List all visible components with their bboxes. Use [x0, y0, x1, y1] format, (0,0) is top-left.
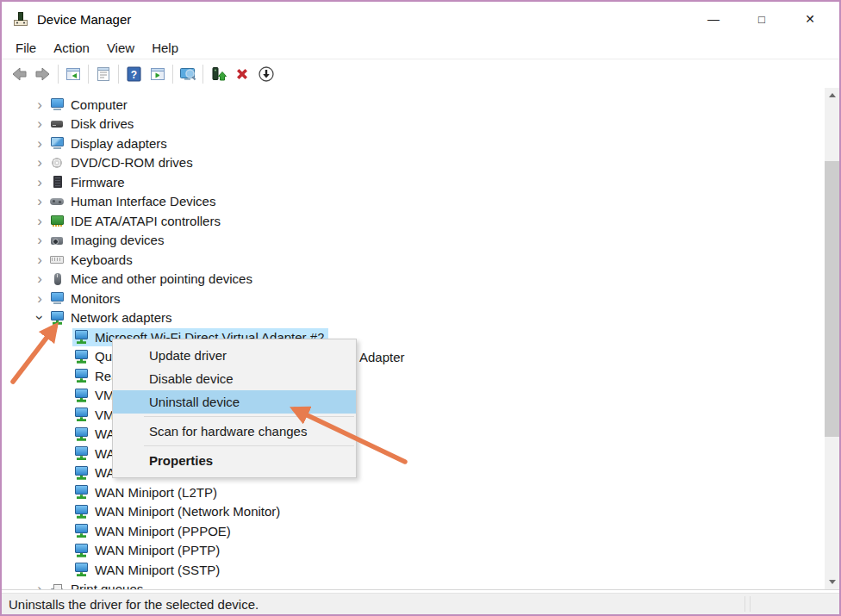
- tree-item-wan-miniport-l2tp[interactable]: WAN Miniport (L2TP): [2, 482, 825, 502]
- chevron-right-icon[interactable]: ›: [33, 271, 47, 286]
- keyboard-icon: [50, 252, 66, 266]
- tree-item-wan-miniport-pptp[interactable]: WAN Miniport (PPTP): [2, 541, 825, 561]
- toolbar-separator: [58, 65, 59, 84]
- minimize-button[interactable]: —: [689, 2, 738, 36]
- chevron-right-icon[interactable]: ›: [33, 252, 47, 267]
- chevron-right-icon[interactable]: ›: [33, 136, 47, 151]
- network-adapter-icon: [74, 466, 90, 480]
- firmware-chip-icon: [50, 175, 66, 189]
- network-adapter-icon: [74, 544, 90, 557]
- tree-item-mice[interactable]: › Mice and other pointing devices: [2, 270, 825, 289]
- network-adapter-icon: [74, 485, 90, 499]
- network-adapter-icon: [74, 427, 90, 441]
- scan-hardware-changes-button[interactable]: [176, 63, 200, 85]
- chevron-right-icon[interactable]: ›: [33, 214, 47, 228]
- tree-item-label: Imaging devices: [71, 233, 164, 247]
- title-bar: Device Manager — □ ✕: [2, 2, 839, 36]
- menu-action[interactable]: Action: [45, 40, 98, 55]
- menu-item-scan-hardware-changes[interactable]: Scan for hardware changes: [113, 420, 356, 443]
- tree-item-label: WAN Miniport (PPTP): [95, 543, 220, 557]
- network-adapter-icon: [74, 446, 90, 460]
- network-adapter-icon: [74, 408, 90, 421]
- tree-item-label: WAN Miniport (SSTP): [95, 563, 220, 577]
- tree-item-wan-miniport-sstp[interactable]: WAN Miniport (SSTP): [2, 560, 825, 580]
- scrollbar-thumb[interactable]: [825, 161, 839, 437]
- tree-item-label: Disk drives: [71, 116, 134, 131]
- tree-item-human-interface-devices[interactable]: › Human Interface Devices: [2, 192, 825, 212]
- chevron-right-icon[interactable]: ›: [33, 291, 47, 306]
- status-pane-separator: [744, 596, 745, 612]
- back-button[interactable]: [7, 63, 31, 85]
- chevron-right-icon[interactable]: ›: [33, 116, 47, 131]
- action-pane-button[interactable]: [146, 63, 170, 85]
- tree-item-keyboards[interactable]: › Keyboards: [2, 250, 825, 270]
- menu-help[interactable]: Help: [143, 40, 187, 55]
- tree-item-ide-controllers[interactable]: › IDE ATA/ATAPI controllers: [2, 211, 825, 231]
- update-driver-icon: [209, 65, 227, 84]
- up-arrow-icon: [829, 93, 836, 97]
- forward-arrow-icon: [34, 65, 53, 84]
- tree-item-label: Keyboards: [71, 252, 133, 267]
- down-arrow-icon: [829, 580, 836, 584]
- maximize-button[interactable]: □: [738, 2, 786, 36]
- chevron-right-icon[interactable]: ›: [33, 233, 47, 247]
- tree-item-label: Firmware: [71, 175, 125, 190]
- menu-separator: [144, 416, 354, 417]
- network-adapter-icon: [74, 369, 90, 383]
- tree-item-print-queues[interactable]: › Print queues: [2, 580, 825, 590]
- tree-item-label: Qu: [95, 349, 112, 364]
- menu-separator: [144, 445, 354, 446]
- network-adapter-icon: [74, 350, 90, 364]
- tree-item-label: Monitors: [71, 291, 121, 306]
- disable-down-arrow-icon: [257, 65, 276, 84]
- status-pane-separator: [750, 596, 751, 612]
- show-console-tree-button[interactable]: [61, 63, 85, 85]
- disable-device-button[interactable]: [254, 63, 278, 85]
- tree-item-firmware[interactable]: › Firmware: [2, 172, 825, 192]
- network-adapter-icon: [74, 505, 90, 519]
- tree-item-label: WAN Miniport (PPPOE): [95, 524, 231, 538]
- tree-item-wan-miniport-network-monitor[interactable]: WAN Miniport (Network Monitor): [2, 502, 825, 522]
- tree-item-imaging-devices[interactable]: › Imaging devices: [2, 231, 825, 251]
- tree-item-label: Human Interface Devices: [71, 194, 215, 208]
- network-adapter-icon: [50, 311, 66, 325]
- tree-item-label: IDE ATA/ATAPI controllers: [71, 214, 221, 228]
- chevron-right-icon[interactable]: ›: [33, 175, 47, 190]
- tree-item-monitors[interactable]: › Monitors: [2, 289, 825, 308]
- menu-item-disable-device[interactable]: Disable device: [113, 367, 356, 390]
- chevron-right-icon[interactable]: ›: [33, 582, 47, 589]
- toolbar-separator: [88, 65, 89, 84]
- vertical-scrollbar[interactable]: [825, 88, 839, 589]
- chevron-down-icon[interactable]: ›: [33, 311, 47, 325]
- svg-text:?: ?: [131, 68, 137, 80]
- menu-item-properties[interactable]: Properties: [113, 449, 356, 472]
- tree-item-dvd-cdrom-drives[interactable]: › DVD/CD-ROM drives: [2, 153, 825, 173]
- computer-icon: [50, 97, 66, 111]
- tree-item-label: Computer: [71, 97, 128, 112]
- scrollbar-down-button[interactable]: [825, 575, 839, 589]
- help-button[interactable]: ?: [121, 63, 146, 85]
- chevron-right-icon[interactable]: ›: [33, 194, 47, 208]
- window-title: Device Manager: [37, 12, 131, 27]
- close-button[interactable]: ✕: [786, 2, 834, 36]
- tree-item-display-adapters[interactable]: › Display adapters: [2, 134, 825, 153]
- tree-item-disk-drives[interactable]: › Disk drives: [2, 115, 825, 134]
- chevron-right-icon[interactable]: ›: [33, 97, 47, 112]
- menu-item-uninstall-device[interactable]: Uninstall device: [113, 390, 356, 414]
- forward-button[interactable]: [31, 63, 55, 85]
- tree-item-label: Print queues: [71, 582, 143, 589]
- menu-file[interactable]: File: [7, 40, 45, 55]
- menu-view[interactable]: View: [98, 40, 143, 55]
- network-adapter-icon: [74, 389, 90, 402]
- update-driver-button[interactable]: [206, 63, 230, 85]
- scrollbar-up-button[interactable]: [825, 88, 839, 103]
- uninstall-device-button[interactable]: [230, 63, 254, 85]
- mouse-icon: [50, 272, 66, 286]
- properties-button[interactable]: [91, 63, 115, 85]
- action-pane-icon: [148, 65, 167, 84]
- menu-item-update-driver[interactable]: Update driver: [113, 344, 356, 367]
- tree-item-wan-miniport-pppoe[interactable]: WAN Miniport (PPPOE): [2, 521, 825, 541]
- chevron-right-icon[interactable]: ›: [33, 155, 47, 170]
- tree-item-network-adapters[interactable]: › Network adapters: [2, 308, 825, 328]
- tree-item-computer[interactable]: › Computer: [2, 95, 825, 115]
